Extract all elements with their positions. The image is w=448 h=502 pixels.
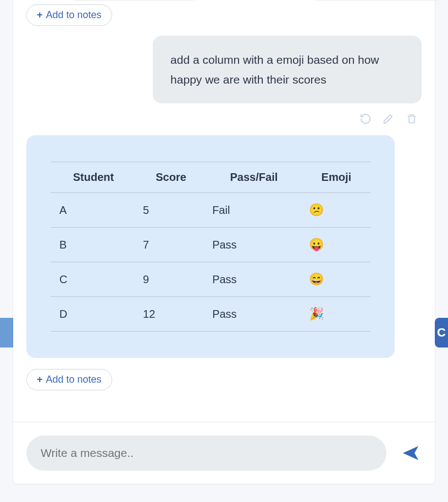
scores-table: Student Score Pass/Fail Emoji A 5 Fail 😕 (51, 162, 370, 332)
user-message-text: add a column with a emoji based on how h… (170, 53, 379, 86)
cell-student: B (51, 228, 136, 262)
send-button[interactable] (400, 442, 422, 464)
cell-emoji: 😄 (302, 262, 370, 297)
col-emoji: Emoji (302, 162, 370, 193)
add-to-notes-label: Add to notes (46, 374, 102, 385)
cell-student: C (51, 262, 136, 297)
add-to-notes-button[interactable]: + Add to notes (26, 4, 112, 26)
table-row: A 5 Fail 😕 (51, 193, 370, 228)
cell-score: 7 (136, 228, 206, 262)
add-to-notes-label: Add to notes (46, 9, 102, 21)
table-row: C 9 Pass 😄 (51, 262, 370, 297)
message-input[interactable] (26, 435, 386, 471)
cell-emoji: 😕 (302, 193, 370, 228)
table-header-row: Student Score Pass/Fail Emoji (51, 162, 370, 193)
messages-area: + Add to notes add a column with a emoji… (13, 0, 435, 422)
send-icon (401, 444, 420, 462)
cell-score: 5 (136, 193, 206, 228)
assistant-message-card: Student Score Pass/Fail Emoji A 5 Fail 😕 (26, 135, 395, 358)
cell-student: D (51, 297, 136, 332)
table-row: B 7 Pass 😛 (51, 228, 370, 262)
chat-container: + Add to notes add a column with a emoji… (13, 0, 435, 484)
cell-emoji: 🎉 (302, 297, 370, 332)
cell-score: 12 (136, 297, 206, 332)
cell-passfail: Fail (206, 193, 302, 228)
col-student: Student (51, 162, 136, 193)
col-score: Score (136, 162, 206, 193)
undo-icon[interactable] (359, 112, 372, 125)
plus-icon: + (37, 9, 43, 21)
user-message-bubble: add a column with a emoji based on how h… (153, 36, 422, 103)
right-edge-button[interactable]: C (435, 318, 448, 347)
message-actions (26, 110, 422, 135)
col-passfail: Pass/Fail (206, 162, 302, 193)
left-edge-decoration (0, 318, 13, 347)
cell-score: 9 (136, 262, 206, 297)
add-to-notes-button[interactable]: + Add to notes (26, 369, 112, 390)
cell-passfail: Pass (206, 262, 302, 297)
cell-passfail: Pass (206, 297, 302, 332)
table-row: D 12 Pass 🎉 (51, 297, 370, 332)
trash-icon[interactable] (405, 112, 418, 125)
cell-student: A (51, 193, 136, 228)
cell-emoji: 😛 (302, 228, 370, 262)
edit-icon[interactable] (382, 112, 395, 125)
plus-icon: + (37, 374, 43, 385)
composer (13, 422, 435, 484)
cell-passfail: Pass (206, 228, 302, 262)
right-edge-glyph: C (437, 326, 446, 340)
